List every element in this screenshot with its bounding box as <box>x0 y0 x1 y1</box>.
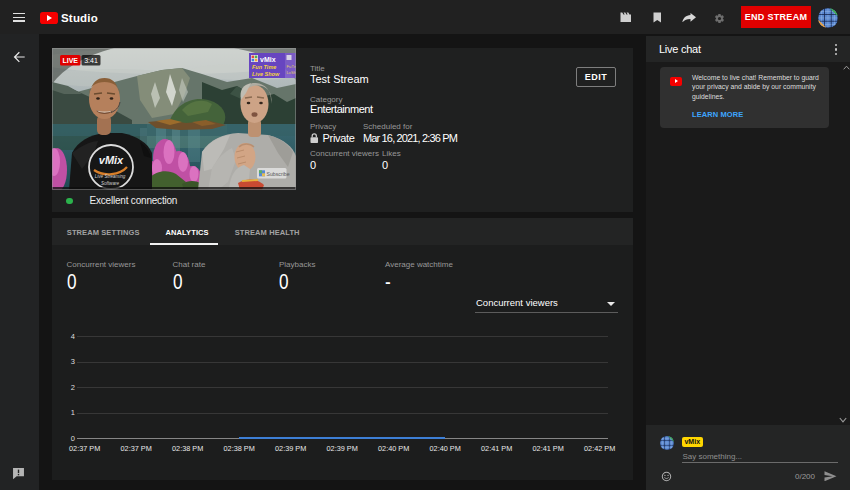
svg-text:LIVE: LIVE <box>62 57 78 64</box>
svg-text:Software: Software <box>101 181 120 186</box>
svg-text:vMix: vMix <box>99 154 124 166</box>
svg-text:vMix: vMix <box>260 56 276 63</box>
svg-text:FuTm: FuTm <box>287 64 297 69</box>
svg-text:LvSh: LvSh <box>287 70 297 75</box>
svg-text:Fun Time: Fun Time <box>252 64 276 70</box>
svg-text:Live Streaming: Live Streaming <box>95 174 126 179</box>
svg-text:Subscribe: Subscribe <box>267 171 290 177</box>
svg-text:3:41: 3:41 <box>84 57 98 64</box>
svg-text:Live Show: Live Show <box>252 71 280 77</box>
